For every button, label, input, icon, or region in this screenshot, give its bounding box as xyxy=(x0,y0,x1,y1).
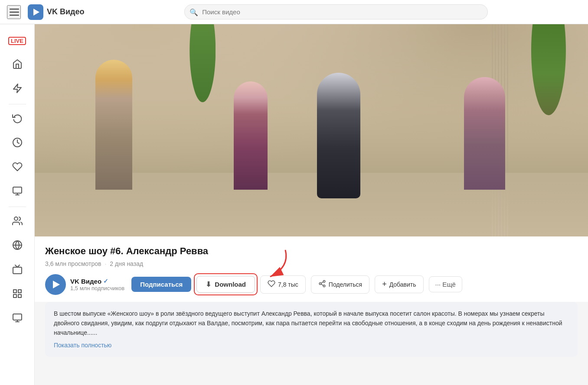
sidebar-item-community[interactable] xyxy=(4,210,30,233)
person-4 xyxy=(464,77,505,190)
community-icon xyxy=(12,216,23,228)
video-views: 3,6 млн просмотров xyxy=(45,260,101,267)
tv-icon xyxy=(12,264,23,276)
person-1 xyxy=(95,60,132,190)
catalog-icon xyxy=(12,240,23,252)
like-button[interactable]: 7,8 тыс xyxy=(260,275,306,294)
video-actions: VK Видео ✓ 1,5 млн подписчиков Подписать… xyxy=(45,274,578,295)
svg-rect-2 xyxy=(13,187,22,193)
video-title: Женское шоу #6. Александр Ревва xyxy=(45,245,578,258)
history-icon xyxy=(12,113,23,125)
header: VK Видео 🔍 xyxy=(0,0,588,24)
logo-text: VK Видео xyxy=(47,7,85,16)
svg-rect-9 xyxy=(13,290,16,293)
sidebar-item-schedule[interactable] xyxy=(4,132,30,155)
svg-line-21 xyxy=(321,281,323,283)
sidebar-item-favorites[interactable] xyxy=(4,156,30,179)
sidebar-item-tv[interactable] xyxy=(4,259,30,281)
person-2 xyxy=(234,81,268,190)
channel-name: VK Видео ✓ xyxy=(70,278,124,285)
channel-avatar-play-icon xyxy=(53,281,60,288)
svg-marker-0 xyxy=(13,84,21,93)
menu-button[interactable] xyxy=(7,5,21,19)
like-count: 7,8 тыс xyxy=(278,281,298,288)
sidebar-divider-2 xyxy=(9,207,26,207)
search-input[interactable] xyxy=(184,4,488,19)
channel-name-text: VK Видео xyxy=(70,278,101,285)
download-button[interactable]: ⬇ Download xyxy=(196,276,255,293)
home-icon xyxy=(12,59,23,71)
sidebar-item-monitor[interactable] xyxy=(4,307,30,330)
sidebar-item-subscriptions[interactable] xyxy=(4,181,30,203)
search-icon: 🔍 xyxy=(189,8,198,16)
sidebar-divider-1 xyxy=(9,104,26,104)
sidebar-item-catalog[interactable] xyxy=(4,235,30,257)
download-label: Download xyxy=(215,281,246,288)
video-scene xyxy=(35,24,588,236)
logo[interactable]: VK Видео xyxy=(28,4,85,20)
trending-icon xyxy=(12,83,23,95)
sidebar: LIVE xyxy=(0,24,35,385)
share-label: Поделиться xyxy=(329,281,362,288)
meta-separator: · xyxy=(105,260,106,267)
add-icon: + xyxy=(382,280,387,289)
download-icon: ⬇ xyxy=(206,280,211,288)
more-dots: ··· xyxy=(435,281,441,288)
svg-point-5 xyxy=(14,217,18,220)
main-layout: LIVE xyxy=(0,24,588,385)
video-thumbnail xyxy=(35,24,588,236)
subscriptions-icon xyxy=(12,186,23,198)
live-icon: LIVE xyxy=(8,37,26,45)
svg-rect-10 xyxy=(18,290,21,293)
add-label: Добавить xyxy=(389,281,416,288)
channel-avatar[interactable] xyxy=(45,274,66,295)
person-3 xyxy=(317,73,360,198)
sidebar-item-home[interactable] xyxy=(4,54,30,76)
sidebar-item-live[interactable]: LIVE xyxy=(4,29,30,52)
subscribe-button[interactable]: Подписаться xyxy=(131,277,191,292)
logo-icon xyxy=(28,4,43,20)
share-button[interactable]: Поделиться xyxy=(311,275,369,294)
more-button[interactable]: ··· Ещё xyxy=(429,276,462,292)
channel-subscribers: 1,5 млн подписчиков xyxy=(70,285,124,291)
video-info: Женское шоу #6. Александр Ревва 3,6 млн … xyxy=(35,236,588,302)
like-icon xyxy=(268,280,275,289)
svg-rect-8 xyxy=(13,267,22,274)
favorites-icon xyxy=(12,162,23,174)
grid-icon xyxy=(12,288,23,301)
download-button-wrap: ⬇ Download xyxy=(196,276,255,293)
search-container: 🔍 xyxy=(184,4,488,19)
more-label: Ещё xyxy=(442,281,456,288)
channel-info: VK Видео ✓ 1,5 млн подписчиков xyxy=(45,274,124,295)
svg-rect-11 xyxy=(18,294,21,298)
verified-icon: ✓ xyxy=(103,278,108,285)
content-area: Женское шоу #6. Александр Ревва 3,6 млн … xyxy=(35,24,588,385)
video-meta: 3,6 млн просмотров · 2 дня назад xyxy=(45,260,578,267)
channel-name-wrap: VK Видео ✓ 1,5 млн подписчиков xyxy=(70,278,124,291)
svg-line-20 xyxy=(321,284,323,285)
svg-rect-13 xyxy=(13,314,22,320)
svg-rect-12 xyxy=(13,294,16,298)
description-text: В шестом выпуске «Женского шоу» в роли з… xyxy=(54,309,569,338)
video-player[interactable] xyxy=(35,24,588,236)
sidebar-item-grid[interactable] xyxy=(4,283,30,306)
add-button[interactable]: + Добавить xyxy=(375,275,423,293)
show-more-button[interactable]: Показать полностью xyxy=(54,340,111,350)
video-description: В шестом выпуске «Женского шоу» в роли з… xyxy=(45,302,578,357)
share-icon xyxy=(318,280,326,289)
sidebar-item-history[interactable] xyxy=(4,108,30,130)
schedule-icon xyxy=(12,137,23,149)
video-time-ago: 2 дня назад xyxy=(110,260,143,267)
sidebar-item-trending[interactable] xyxy=(4,78,30,100)
monitor-icon xyxy=(12,313,23,325)
